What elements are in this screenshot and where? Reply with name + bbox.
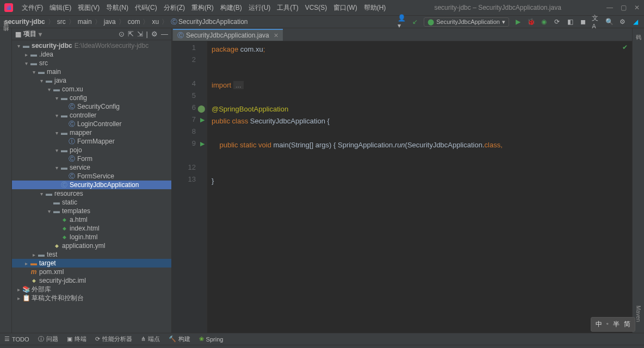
tree-item[interactable]: ▾▬config [12, 94, 171, 102]
expand-arrow[interactable]: ▾ [46, 208, 52, 214]
tree-item[interactable]: ⒸLoginController [12, 120, 171, 128]
menu-item[interactable]: 视图(V) [75, 4, 103, 11]
run-gutter-icon[interactable]: ▶ [200, 140, 205, 147]
tree-item[interactable]: ⒸSecurityConfig [12, 102, 171, 111]
editor-gutter[interactable]: 12456⬤7▶89▶1213 [172, 41, 207, 333]
stop-button[interactable]: ◼ [579, 17, 587, 26]
menu-item[interactable]: 编辑(E) [46, 4, 75, 11]
tree-item[interactable]: ▸▬target [12, 259, 171, 268]
spring-tab[interactable]: ❀Spring [199, 335, 224, 343]
maven-tool-button[interactable]: Maven [635, 306, 641, 322]
menu-item[interactable]: 重构(R) [188, 4, 217, 11]
close-tab-icon[interactable]: ✕ [274, 32, 278, 39]
expand-arrow[interactable]: ▸ [15, 287, 22, 293]
breadcrumb-item[interactable]: xu [152, 18, 159, 26]
settings-button[interactable]: ⚙ [618, 17, 627, 26]
expand-arrow[interactable]: ▾ [53, 113, 60, 119]
breadcrumb-item[interactable]: java [104, 18, 116, 26]
tree-item[interactable]: mpom.xml [12, 268, 171, 276]
panel-hide-icon[interactable]: — [161, 30, 168, 38]
menu-item[interactable]: 分析(Z) [160, 4, 188, 11]
endpoints-tab[interactable]: ⋔端点 [141, 335, 160, 343]
tree-item[interactable]: ▾▬java [12, 76, 171, 85]
code-content[interactable]: package com.xu; import ... @SpringBootAp… [207, 41, 632, 333]
close-button[interactable]: ✕ [634, 4, 640, 11]
tree-item[interactable]: ▸📚外部库 [12, 285, 171, 294]
expand-arrow[interactable]: ▸ [23, 52, 29, 58]
tree-item[interactable]: ▾▬service [12, 163, 171, 172]
coverage-button[interactable]: ◉ [540, 17, 548, 26]
inspection-ok-icon[interactable]: ✔ [622, 44, 628, 51]
expand-arrow[interactable]: ▾ [15, 43, 22, 49]
expand-all-icon[interactable]: ⇱ [128, 30, 134, 38]
tree-item[interactable]: ▾▬templates [12, 207, 171, 215]
expand-arrow[interactable]: ▾ [23, 60, 29, 66]
tree-item[interactable]: ⒸFormService [12, 172, 171, 181]
tree-item[interactable]: ▸▬.idea [12, 50, 171, 59]
breadcrumb-item[interactable]: main [78, 18, 92, 26]
tree-item[interactable]: ▾▬main [12, 67, 171, 76]
menu-item[interactable]: 工具(T) [274, 4, 301, 11]
expand-arrow[interactable]: ▾ [46, 86, 52, 92]
profiler-button[interactable]: ⟳ [553, 17, 561, 26]
tree-item[interactable]: ◆a.html [12, 215, 171, 224]
breadcrumb-item[interactable]: src [57, 18, 66, 26]
problems-tab[interactable]: ⓘ问题 [38, 335, 58, 343]
minimize-button[interactable]: — [606, 4, 613, 11]
menu-item[interactable]: 窗口(W) [330, 4, 360, 11]
tree-item[interactable]: ▸📋草稿文件和控制台 [12, 294, 171, 302]
expand-arrow[interactable]: ▾ [53, 147, 60, 153]
ime-indicator[interactable]: 中 ◦ 半 简 [591, 317, 635, 332]
maximize-button[interactable]: ▢ [621, 4, 627, 11]
menu-item[interactable]: 代码(C) [132, 4, 160, 11]
ide-icon[interactable]: ◢ [631, 17, 640, 26]
left-tool-stripe[interactable]: 项目 结构 [0, 28, 12, 333]
editor-tab[interactable]: Ⓒ SecurityJdbcApplication.java ✕ [173, 29, 283, 41]
expand-arrow[interactable]: ▾ [38, 78, 45, 84]
tree-item[interactable]: ◆index.html [12, 224, 171, 233]
menu-item[interactable]: 运行(U) [245, 4, 274, 11]
tree-item[interactable]: ▾▬resources [12, 189, 171, 198]
expand-arrow[interactable]: ▾ [30, 69, 37, 75]
expand-arrow[interactable]: ▸ [30, 252, 37, 258]
project-tree[interactable]: ▾▬security-jdbcE:\IdeaWork\security-jdbc… [12, 40, 171, 333]
tree-item[interactable]: ▾▬com.xu [12, 85, 171, 94]
debug-button[interactable]: 🐞 [527, 17, 535, 26]
expand-arrow[interactable]: ▾ [53, 95, 60, 101]
menu-item[interactable]: 导航(N) [103, 4, 132, 11]
locate-icon[interactable]: ⊙ [119, 30, 125, 38]
tree-item[interactable]: ⒸSecurityJdbcApplication [12, 181, 171, 189]
run-config-dropdown[interactable]: ⬤ SecurityJdbcApplication ▾ [424, 17, 509, 27]
tree-item[interactable]: ⒾFormMapper [12, 137, 171, 146]
override-gutter-icon[interactable]: ⬤ [197, 104, 206, 113]
editor-body[interactable]: 12456⬤7▶89▶1213 package com.xu; import .… [172, 41, 632, 333]
terminal-tab[interactable]: ▣终端 [67, 335, 86, 343]
tree-item[interactable]: ▾▬security-jdbcE:\IdeaWork\security-jdbc [12, 41, 171, 50]
menu-item[interactable]: 文件(F) [18, 4, 46, 11]
panel-settings-icon[interactable]: ⚙ [151, 30, 158, 38]
expand-arrow[interactable]: ▸ [15, 295, 22, 301]
breadcrumb-item[interactable]: SecurityJdbcApplication [178, 18, 247, 26]
menu-item[interactable]: 构建(B) [217, 4, 245, 11]
tree-item[interactable]: ◆security-jdbc.iml [12, 276, 171, 285]
expand-arrow[interactable]: ▸ [23, 260, 29, 266]
run-button[interactable]: ▶ [513, 17, 522, 26]
build-tab[interactable]: 🔨构建 [169, 335, 190, 343]
tree-item[interactable]: ▾▬pojo [12, 146, 171, 154]
breadcrumb-item[interactable]: com [128, 18, 140, 26]
breadcrumb[interactable]: security-jdbc〉src〉main〉java〉com〉xu〉Ⓒ Sec… [4, 17, 248, 27]
search-everywhere-button[interactable]: 🔍 [605, 17, 614, 26]
tree-item[interactable]: ▸▬test [12, 250, 171, 259]
tree-item[interactable]: ⒸForm [12, 154, 171, 163]
right-tool-stripe[interactable]: 代码 Maven [632, 28, 644, 333]
profiler-tab[interactable]: ⟳性能分析器 [95, 335, 132, 343]
translate-icon[interactable]: 文A [592, 17, 600, 26]
tree-item[interactable]: ▾▬src [12, 59, 171, 67]
tree-item[interactable]: ◆login.html [12, 233, 171, 241]
menu-item[interactable]: VCS(S) [302, 4, 331, 11]
breadcrumb-item[interactable]: security-jdbc [4, 18, 45, 26]
attach-button[interactable]: ◧ [566, 17, 574, 26]
collapse-all-icon[interactable]: ⇲ [137, 30, 143, 38]
tree-item[interactable]: ▬static [12, 198, 171, 207]
vcs-icon[interactable]: ↙ [411, 17, 419, 26]
